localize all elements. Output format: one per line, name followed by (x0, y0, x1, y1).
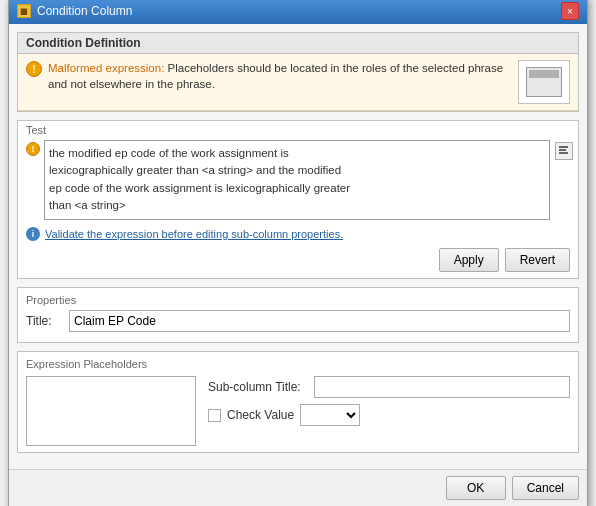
test-section: Test ! the modified ep code of the work … (17, 120, 579, 279)
svg-rect-1 (559, 149, 566, 151)
apply-button[interactable]: Apply (439, 248, 499, 272)
revert-button[interactable]: Revert (505, 248, 570, 272)
title-field-row: Title: (26, 310, 570, 332)
expression-section: Expression Placeholders Sub-column Title… (17, 351, 579, 453)
test-side-btn-1[interactable] (555, 142, 573, 160)
ok-button[interactable]: OK (446, 476, 506, 500)
test-side-icons (554, 142, 574, 160)
error-prefix: Malformed expression: (48, 62, 168, 74)
expression-label: Expression Placeholders (26, 358, 570, 370)
sub-column-title-row: Sub-column Title: (208, 376, 570, 398)
warning-icon: ! (26, 61, 42, 77)
sub-column-title-label: Sub-column Title: (208, 380, 308, 394)
svg-rect-0 (559, 146, 568, 148)
window-content: Condition Definition ! Malformed express… (9, 24, 587, 469)
error-text: Malformed expression: Placeholders shoul… (48, 60, 512, 92)
check-value-row: Check Value (208, 404, 570, 426)
info-text: Validate the expression before editing s… (45, 228, 343, 240)
cancel-button[interactable]: Cancel (512, 476, 579, 500)
main-window: ▦ Condition Column × Condition Definitio… (8, 0, 588, 506)
window-icon: ▦ (17, 4, 31, 18)
expression-list[interactable] (26, 376, 196, 446)
svg-rect-2 (559, 152, 568, 154)
test-textarea[interactable]: the modified ep code of the work assignm… (44, 140, 550, 220)
close-button[interactable]: × (561, 2, 579, 20)
condition-definition-header: Condition Definition (18, 33, 578, 54)
error-bar: ! Malformed expression: Placeholders sho… (18, 54, 578, 111)
title-bar: ▦ Condition Column × (9, 0, 587, 24)
test-label: Test (18, 121, 578, 136)
info-bar: i Validate the expression before editing… (18, 224, 578, 246)
check-value-label: Check Value (227, 408, 294, 422)
test-button-row: Apply Revert (18, 246, 578, 278)
footer-bar: OK Cancel (9, 469, 587, 506)
test-warning-icon: ! (26, 142, 40, 156)
title-label: Title: (26, 314, 61, 328)
title-bar-left: ▦ Condition Column (17, 4, 132, 18)
info-icon: i (26, 227, 40, 241)
image-inner (526, 67, 562, 97)
properties-section: Properties Title: (17, 287, 579, 343)
sub-column-title-input[interactable] (314, 376, 570, 398)
expression-body: Sub-column Title: Check Value (26, 376, 570, 446)
test-content-wrapper: ! the modified ep code of the work assig… (18, 136, 578, 224)
condition-definition-section: Condition Definition ! Malformed express… (17, 32, 579, 112)
properties-label: Properties (26, 294, 570, 306)
expression-right: Sub-column Title: Check Value (208, 376, 570, 446)
title-input[interactable] (69, 310, 570, 332)
check-value-checkbox[interactable] (208, 409, 221, 422)
window-title: Condition Column (37, 4, 132, 18)
check-value-dropdown[interactable] (300, 404, 360, 426)
image-placeholder (518, 60, 570, 104)
